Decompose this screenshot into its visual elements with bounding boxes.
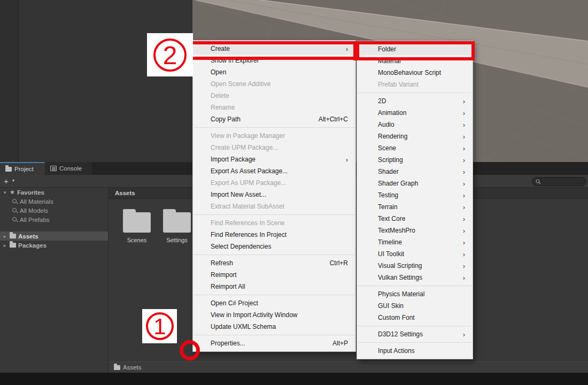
- tree-item-all-models[interactable]: All Models: [0, 206, 108, 215]
- context-menu-item-export-as-asset-package[interactable]: Export As Asset Package...: [193, 165, 355, 177]
- asset-folder-scenes[interactable]: Scenes: [120, 208, 153, 243]
- context-menu-item-extract-material-subasset: Extract Material SubAsset: [193, 201, 355, 212]
- tree-item-label: All Models: [20, 207, 48, 214]
- create-submenu-item-label: Visual Scripting: [378, 262, 422, 270]
- highlight-box-create: [189, 41, 359, 60]
- create-submenu-item-ui-toolkit[interactable]: UI Toolkit›: [357, 248, 473, 260]
- create-submenu-item-visual-scripting[interactable]: Visual Scripting›: [357, 260, 473, 272]
- tree-item-packages[interactable]: ▸Packages: [0, 241, 108, 250]
- context-menu-item-label: Find References In Scene: [211, 219, 285, 227]
- assets-breadcrumb-bar: Assets: [109, 361, 588, 373]
- create-submenu: FolderMaterialMonoBehaviour ScriptPrefab…: [357, 41, 473, 359]
- create-submenu-item-label: Timeline: [378, 238, 402, 246]
- create-submenu-item-testing[interactable]: Testing›: [357, 189, 473, 201]
- create-submenu-item-input-actions[interactable]: Input Actions: [357, 345, 473, 357]
- create-submenu-item-terrain[interactable]: Terrain›: [357, 201, 473, 213]
- context-menu-item-label: View in Package Manager: [211, 132, 285, 140]
- create-submenu-item-d3d12-settings[interactable]: D3D12 Settings›: [357, 328, 473, 340]
- create-submenu-item-2d[interactable]: 2D›: [357, 95, 473, 107]
- search-filter-icon: [12, 207, 18, 213]
- create-submenu-item-timeline[interactable]: Timeline›: [357, 236, 473, 248]
- context-menu-item-open[interactable]: Open: [193, 66, 355, 78]
- create-submenu-item-shader-graph[interactable]: Shader Graph›: [357, 178, 473, 189]
- menu-separator: [358, 342, 472, 343]
- tab-project[interactable]: Project: [0, 162, 45, 175]
- submenu-arrow-icon: ›: [463, 133, 465, 140]
- create-submenu-item-audio[interactable]: Audio›: [357, 119, 473, 130]
- asset-folder-label: Settings: [160, 237, 194, 243]
- search-input[interactable]: [543, 179, 583, 185]
- svg-text:2: 2: [163, 41, 177, 70]
- tree-item-label: All Prefabs: [20, 217, 50, 223]
- context-menu-item-reimport-all[interactable]: Reimport All: [193, 281, 355, 292]
- folder-icon: [123, 212, 151, 233]
- foldout-open-icon[interactable]: ▾: [2, 190, 7, 195]
- context-menu-item-import-new-asset[interactable]: Import New Asset...: [193, 189, 355, 201]
- context-menu-item-refresh[interactable]: RefreshCtrl+R: [193, 257, 355, 269]
- project-folder-tree: ▾ ★ Favorites All MaterialsAll ModelsAll…: [0, 188, 109, 373]
- tree-item-label: All Materials: [20, 198, 53, 205]
- create-submenu-item-label: Scene: [378, 144, 396, 152]
- breadcrumb: Assets: [123, 364, 142, 371]
- tree-item-label: Favorites: [17, 189, 44, 196]
- submenu-arrow-icon: ›: [346, 156, 348, 163]
- create-asset-button[interactable]: +: [4, 176, 9, 186]
- tree-item-all-prefabs[interactable]: All Prefabs: [0, 215, 108, 224]
- create-submenu-item-scene[interactable]: Scene›: [357, 142, 473, 154]
- context-menu-item-open-c-project[interactable]: Open C# Project: [193, 297, 355, 309]
- search-filter-icon: [12, 217, 18, 222]
- context-menu-item-label: Extract Material SubAsset: [211, 203, 284, 210]
- context-menu-item-update-uxml-schema[interactable]: Update UXML Schema: [193, 321, 355, 333]
- context-menu-item-label: View in Import Activity Window: [211, 311, 298, 319]
- create-submenu-item-custom-font[interactable]: Custom Font: [357, 312, 473, 324]
- create-submenu-item-label: Shader: [378, 168, 399, 175]
- context-menu-item-import-package[interactable]: Import Package›: [193, 153, 355, 165]
- annotation-click-circle: [180, 340, 200, 360]
- context-menu: Create›Show in ExplorerOpenOpen Scene Ad…: [192, 40, 356, 352]
- context-menu-item-view-in-package-manager: View in Package Manager: [193, 130, 355, 142]
- menu-separator: [194, 214, 355, 215]
- create-submenu-item-text-core[interactable]: Text Core›: [357, 213, 473, 225]
- create-submenu-item-vulkan-settings[interactable]: Vulkan Settings›: [357, 272, 473, 283]
- window-bottom-bar: [0, 373, 588, 385]
- create-submenu-item-monobehaviour-script[interactable]: MonoBehaviour Script: [357, 67, 473, 79]
- tree-item-all-materials[interactable]: All Materials: [0, 197, 108, 206]
- asset-folder-settings[interactable]: Settings: [160, 208, 194, 243]
- create-submenu-item-label: Audio: [378, 121, 394, 128]
- create-submenu-item-label: Physics Material: [378, 290, 424, 298]
- create-submenu-item-scripting[interactable]: Scripting›: [357, 154, 473, 166]
- menu-separator: [194, 127, 355, 128]
- create-submenu-item-physics-material[interactable]: Physics Material: [357, 288, 473, 300]
- create-submenu-item-gui-skin[interactable]: GUI Skin: [357, 300, 473, 312]
- create-submenu-item-shader[interactable]: Shader›: [357, 166, 473, 178]
- context-menu-item-view-in-import-activity-window[interactable]: View in Import Activity Window: [193, 309, 355, 321]
- context-menu-item-select-dependencies[interactable]: Select Dependencies: [193, 241, 355, 252]
- context-menu-item-copy-path[interactable]: Copy PathAlt+Ctrl+C: [193, 113, 355, 125]
- shortcut-label: Ctrl+R: [330, 259, 348, 267]
- context-menu-item-reimport[interactable]: Reimport: [193, 269, 355, 281]
- create-submenu-item-label: GUI Skin: [378, 302, 404, 310]
- context-menu-item-label: Open: [211, 68, 226, 76]
- shortcut-label: Alt+P: [332, 340, 348, 347]
- create-submenu-item-rendering[interactable]: Rendering›: [357, 130, 473, 142]
- context-menu-item-find-references-in-project[interactable]: Find References In Project: [193, 229, 355, 241]
- create-submenu-item-textmeshpro[interactable]: TextMeshPro›: [357, 225, 473, 236]
- create-submenu-item-animation[interactable]: Animation›: [357, 107, 473, 119]
- context-menu-item-label: Update UXML Schema: [211, 323, 276, 330]
- tree-gap: [0, 224, 108, 232]
- tree-item-favorites[interactable]: ▾ ★ Favorites: [0, 188, 108, 197]
- context-menu-item-label: Copy Path: [211, 116, 241, 123]
- create-submenu-item-label: Testing: [378, 191, 398, 199]
- project-search-box[interactable]: [532, 177, 586, 186]
- context-menu-item-open-scene-additive: Open Scene Additive: [193, 78, 355, 90]
- foldout-closed-icon[interactable]: ▸: [2, 234, 7, 239]
- create-asset-caret-icon[interactable]: ▾: [12, 178, 14, 183]
- menu-separator: [358, 326, 472, 326]
- circled-number-icon: 1: [144, 311, 175, 342]
- create-submenu-item-label: Terrain: [378, 203, 398, 211]
- context-menu-item-properties[interactable]: Properties...Alt+P: [193, 337, 355, 349]
- tree-item-assets[interactable]: ▸Assets: [0, 232, 108, 241]
- foldout-closed-icon[interactable]: ▸: [2, 243, 7, 248]
- context-menu-item-label: Open C# Project: [211, 299, 258, 307]
- tab-console[interactable]: Console: [45, 162, 92, 175]
